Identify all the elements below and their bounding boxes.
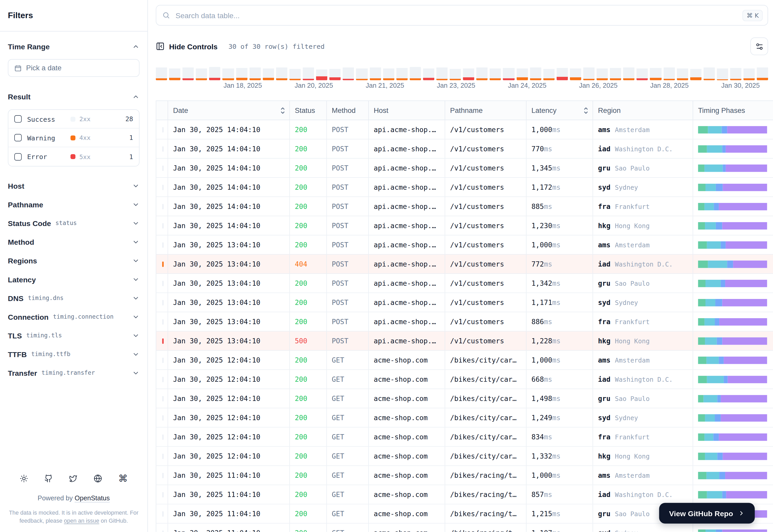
timeline-bar[interactable] bbox=[503, 67, 514, 80]
row-checkbox[interactable] bbox=[162, 415, 163, 420]
table-row[interactable]: Jan 30, 2025 13:04:10200POSTapi.acme-sho… bbox=[156, 312, 773, 331]
row-checkbox[interactable] bbox=[162, 204, 163, 209]
row-checkbox[interactable] bbox=[162, 377, 163, 382]
timeline-bar[interactable] bbox=[703, 67, 715, 80]
table-row[interactable]: Jan 30, 2025 13:04:10404POSTapi.acme-sho… bbox=[156, 255, 773, 274]
timeline-bar[interactable] bbox=[276, 67, 288, 80]
cell-select[interactable] bbox=[156, 389, 168, 408]
timeline-bar[interactable] bbox=[383, 67, 394, 80]
column-header-timing-phases[interactable]: Timing Phases bbox=[693, 101, 773, 120]
cell-select[interactable] bbox=[156, 408, 168, 427]
table-row[interactable]: Jan 30, 2025 12:04:10200GETacme-shop.com… bbox=[156, 447, 773, 466]
github-icon[interactable] bbox=[44, 474, 53, 482]
cell-select[interactable] bbox=[156, 351, 168, 369]
cell-select[interactable] bbox=[156, 197, 168, 216]
timeline-bar[interactable] bbox=[249, 67, 261, 80]
column-header-date[interactable]: Date bbox=[168, 101, 290, 120]
timeline-bar[interactable] bbox=[690, 67, 702, 80]
row-checkbox[interactable] bbox=[162, 434, 163, 440]
table-row[interactable]: Jan 30, 2025 13:04:10200POSTapi.acme-sho… bbox=[156, 293, 773, 312]
view-options-button[interactable] bbox=[750, 37, 768, 55]
row-checkbox[interactable] bbox=[162, 127, 163, 132]
checkbox[interactable] bbox=[14, 115, 22, 122]
cell-select[interactable] bbox=[156, 274, 168, 292]
row-checkbox[interactable] bbox=[162, 319, 163, 324]
search-input[interactable] bbox=[174, 11, 743, 20]
filter-section-tls[interactable]: TLStiming.tls bbox=[0, 326, 147, 345]
timeline-chart[interactable] bbox=[156, 67, 768, 80]
row-checkbox[interactable] bbox=[162, 300, 163, 305]
cell-select[interactable] bbox=[156, 524, 168, 532]
table-row[interactable]: Jan 30, 2025 12:04:10200GETacme-shop.com… bbox=[156, 370, 773, 389]
timeline-bar[interactable] bbox=[583, 67, 595, 80]
row-checkbox[interactable] bbox=[162, 396, 163, 401]
row-checkbox[interactable] bbox=[162, 242, 163, 248]
cell-select[interactable] bbox=[156, 139, 168, 158]
row-checkbox[interactable] bbox=[162, 492, 163, 497]
timeline-bar[interactable] bbox=[436, 67, 448, 80]
column-header-method[interactable]: Method bbox=[327, 101, 369, 120]
row-checkbox[interactable] bbox=[162, 453, 163, 459]
timeline-bar[interactable] bbox=[556, 67, 568, 80]
table-row[interactable]: Jan 30, 2025 11:04:10200GETacme-shop.com… bbox=[156, 524, 773, 532]
timeline-bar[interactable] bbox=[677, 67, 688, 80]
table-row[interactable]: Jan 30, 2025 14:04:10200POSTapi.acme-sho… bbox=[156, 216, 773, 235]
table-row[interactable]: Jan 30, 2025 12:04:10200GETacme-shop.com… bbox=[156, 408, 773, 427]
timeline-bar[interactable] bbox=[316, 67, 328, 80]
timeline-bar[interactable] bbox=[743, 67, 755, 80]
table-row[interactable]: Jan 30, 2025 12:04:10200GETacme-shop.com… bbox=[156, 351, 773, 370]
timeline-bar[interactable] bbox=[650, 67, 661, 80]
cell-select[interactable] bbox=[156, 485, 168, 504]
table-row[interactable]: Jan 30, 2025 13:04:10200POSTapi.acme-sho… bbox=[156, 235, 773, 255]
row-checkbox[interactable] bbox=[162, 223, 163, 228]
table-row[interactable]: Jan 30, 2025 14:04:10200POSTapi.acme-sho… bbox=[156, 120, 773, 139]
column-header-region[interactable]: Region bbox=[593, 101, 693, 120]
timeline-bar[interactable] bbox=[182, 67, 194, 80]
cell-select[interactable] bbox=[156, 216, 168, 235]
openstatus-link[interactable]: OpenStatus bbox=[74, 494, 110, 502]
row-checkbox[interactable] bbox=[162, 146, 163, 152]
result-item-error[interactable]: Error5xx1 bbox=[8, 147, 139, 166]
row-checkbox[interactable] bbox=[162, 261, 163, 267]
timeline-bar[interactable] bbox=[410, 67, 421, 80]
timeline-bar[interactable] bbox=[663, 67, 675, 80]
timeline-bar[interactable] bbox=[730, 67, 742, 80]
cell-select[interactable] bbox=[156, 178, 168, 196]
table-row[interactable]: Jan 30, 2025 14:04:10200POSTapi.acme-sho… bbox=[156, 159, 773, 178]
cell-select[interactable] bbox=[156, 370, 168, 388]
filter-section-dns[interactable]: DNStiming.dns bbox=[0, 289, 147, 307]
timeline-bar[interactable] bbox=[263, 67, 274, 80]
row-checkbox[interactable] bbox=[162, 338, 163, 344]
row-checkbox[interactable] bbox=[162, 281, 163, 286]
timeline-bar[interactable] bbox=[543, 67, 554, 80]
row-checkbox[interactable] bbox=[162, 165, 163, 171]
result-item-warning[interactable]: Warning4xx1 bbox=[8, 128, 139, 147]
filter-section-host[interactable]: Host bbox=[0, 176, 147, 195]
column-header-host[interactable]: Host bbox=[369, 101, 445, 120]
filter-section-pathname[interactable]: Pathname bbox=[0, 195, 147, 214]
timeline-bar[interactable] bbox=[223, 67, 234, 80]
column-header-pathname[interactable]: Pathname bbox=[445, 101, 526, 120]
timeline-bar[interactable] bbox=[156, 67, 167, 80]
checkbox[interactable] bbox=[14, 153, 22, 160]
timeline-bar[interactable] bbox=[757, 67, 768, 80]
table-row[interactable]: Jan 30, 2025 13:04:10500POSTapi.acme-sho… bbox=[156, 331, 773, 351]
table-row[interactable]: Jan 30, 2025 14:04:10200POSTapi.acme-sho… bbox=[156, 197, 773, 216]
cell-select[interactable] bbox=[156, 466, 168, 485]
timeline-bar[interactable] bbox=[637, 67, 648, 80]
timeline-bar[interactable] bbox=[396, 67, 408, 80]
filter-section-latency[interactable]: Latency bbox=[0, 270, 147, 289]
open-issue-link[interactable]: open an issue bbox=[64, 518, 99, 524]
row-checkbox[interactable] bbox=[162, 530, 163, 532]
timeline-bar[interactable] bbox=[516, 67, 528, 80]
timeline-bar[interactable] bbox=[303, 67, 314, 80]
table-row[interactable]: Jan 30, 2025 14:04:10200POSTapi.acme-sho… bbox=[156, 139, 773, 159]
timeline-bar[interactable] bbox=[343, 67, 354, 80]
timeline-bar[interactable] bbox=[423, 67, 434, 80]
timeline-bar[interactable] bbox=[597, 67, 608, 80]
filter-section-ttfb[interactable]: TTFBtiming.ttfb bbox=[0, 345, 147, 364]
column-header-latency[interactable]: Latency bbox=[526, 101, 593, 120]
timeline-bar[interactable] bbox=[356, 67, 368, 80]
cell-select[interactable] bbox=[156, 331, 168, 350]
cell-select[interactable] bbox=[156, 312, 168, 331]
